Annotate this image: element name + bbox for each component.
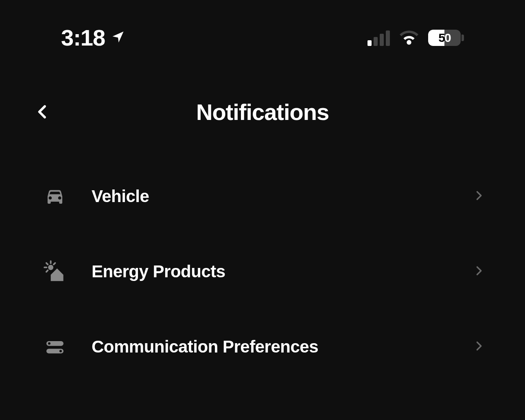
menu-item-energy-products[interactable]: Energy Products xyxy=(41,234,484,309)
wifi-icon xyxy=(399,29,419,47)
menu-item-communication-preferences[interactable]: Communication Preferences xyxy=(41,309,484,384)
svg-line-4 xyxy=(46,270,48,272)
svg-line-5 xyxy=(54,263,55,264)
battery-indicator: 50 xyxy=(428,30,464,46)
menu-item-label: Vehicle xyxy=(92,187,473,206)
status-bar: 3:18 50 xyxy=(0,0,525,53)
chevron-left-icon xyxy=(35,104,51,120)
car-icon xyxy=(41,182,69,211)
chevron-right-icon xyxy=(473,340,484,353)
svg-line-2 xyxy=(46,263,48,264)
location-icon xyxy=(111,30,125,46)
back-button[interactable] xyxy=(33,102,53,122)
solar-home-icon xyxy=(41,257,69,286)
menu-item-vehicle[interactable]: Vehicle xyxy=(41,159,484,234)
svg-point-7 xyxy=(48,342,50,344)
chevron-right-icon xyxy=(473,190,484,203)
status-left: 3:18 xyxy=(61,24,125,51)
battery-percent: 50 xyxy=(428,31,461,45)
header: Notifications xyxy=(0,53,525,130)
page-title: Notifications xyxy=(33,99,492,125)
svg-point-9 xyxy=(59,350,62,352)
sliders-icon xyxy=(41,333,69,361)
status-right: 50 xyxy=(368,29,464,47)
chevron-right-icon xyxy=(473,265,484,278)
menu-list: Vehicle Energy Products xyxy=(0,130,525,384)
menu-item-label: Communication Preferences xyxy=(92,337,473,357)
status-time: 3:18 xyxy=(61,24,105,51)
svg-point-0 xyxy=(48,265,53,270)
menu-item-label: Energy Products xyxy=(92,262,473,281)
cellular-signal-icon xyxy=(368,30,390,46)
